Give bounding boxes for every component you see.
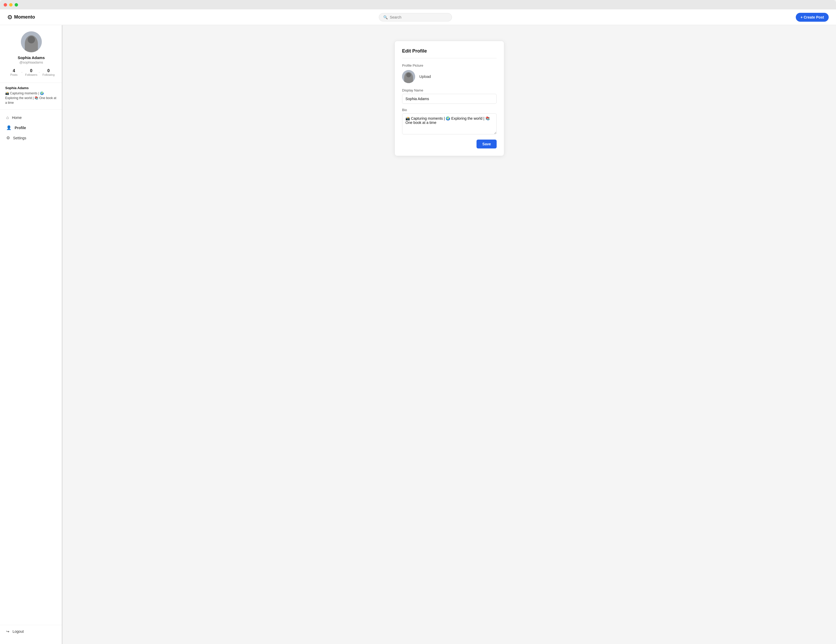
- search-input[interactable]: [390, 15, 447, 20]
- maximize-button[interactable]: [15, 3, 18, 7]
- bio-text: 📸 Capturing moments | 🌍 Exploring the wo…: [5, 91, 57, 105]
- modal-title: Edit Profile: [402, 48, 496, 58]
- following-count: 0: [47, 69, 50, 73]
- profile-label: Profile: [15, 126, 26, 130]
- window-chrome: [0, 0, 836, 10]
- nav-items: ⌂ Home 👤 Profile ⚙ Settings: [0, 110, 62, 625]
- sidebar-item-home[interactable]: ⌂ Home: [0, 113, 62, 123]
- modal-actions: Save: [402, 140, 496, 149]
- sidebar-handle: @sophiaadams: [20, 60, 43, 64]
- sidebar-item-profile[interactable]: 👤 Profile: [0, 123, 62, 133]
- logo-icon: ⊙: [7, 14, 12, 21]
- stat-following: 0 Following: [40, 69, 57, 76]
- followers-label: Followers: [25, 73, 38, 76]
- search-bar: 🔍: [379, 13, 452, 21]
- bio-label: Bio: [402, 108, 496, 112]
- stat-posts: 4 Posts: [5, 69, 23, 76]
- bio-group: Bio 📸 Capturing moments | 🌍 Exploring th…: [402, 108, 496, 136]
- following-label: Following: [42, 73, 55, 76]
- create-post-button[interactable]: + Create Post: [796, 13, 829, 22]
- bio-textarea[interactable]: 📸 Capturing moments | 🌍 Exploring the wo…: [402, 113, 496, 134]
- person-icon: 👤: [6, 125, 11, 130]
- save-button[interactable]: Save: [477, 140, 496, 149]
- topnav: ⊙ Momento 🔍 + Create Post: [0, 10, 836, 25]
- posts-label: Posts: [10, 73, 18, 76]
- display-name-input[interactable]: [402, 94, 496, 104]
- home-label: Home: [12, 116, 22, 120]
- sidebar-item-settings[interactable]: ⚙ Settings: [0, 133, 62, 143]
- stat-followers: 0 Followers: [23, 69, 40, 76]
- main-layout: Sophia Adams @sophiaadams 4 Posts 0 Foll…: [0, 25, 836, 644]
- display-name-label: Display Name: [402, 88, 496, 92]
- sidebar-username: Sophia Adams: [18, 56, 45, 60]
- logo[interactable]: ⊙ Momento: [7, 14, 35, 21]
- sidebar: Sophia Adams @sophiaadams 4 Posts 0 Foll…: [0, 25, 63, 644]
- home-icon: ⌂: [6, 115, 9, 120]
- followers-count: 0: [30, 69, 33, 73]
- stats-row: 4 Posts 0 Followers 0 Following: [5, 69, 57, 76]
- display-name-group: Display Name: [402, 88, 496, 104]
- upload-button[interactable]: Upload: [419, 75, 431, 78]
- bio-section: Sophia Adams 📸 Capturing moments | 🌍 Exp…: [0, 83, 62, 110]
- avatar: [21, 31, 42, 52]
- logout-icon: ↪: [6, 629, 10, 634]
- modal-avatar: [402, 70, 415, 83]
- sidebar-divider: [62, 25, 62, 644]
- edit-profile-modal: Edit Profile Profile Picture Upload Disp…: [395, 41, 504, 156]
- content-area: Edit Profile Profile Picture Upload Disp…: [63, 25, 836, 644]
- posts-count: 4: [13, 69, 15, 73]
- profile-section: Sophia Adams @sophiaadams 4 Posts 0 Foll…: [0, 31, 62, 83]
- profile-pic-row: Upload: [402, 70, 496, 83]
- close-button[interactable]: [4, 3, 7, 7]
- logout-button[interactable]: ↪ Logout: [6, 629, 56, 634]
- bio-name: Sophia Adams: [5, 86, 57, 90]
- logo-text: Momento: [14, 15, 35, 20]
- profile-picture-label: Profile Picture: [402, 64, 496, 67]
- search-icon: 🔍: [383, 15, 388, 20]
- settings-label: Settings: [13, 136, 26, 140]
- gear-icon: ⚙: [6, 136, 10, 141]
- logout-label: Logout: [13, 629, 24, 634]
- logout-section: ↪ Logout: [0, 625, 62, 638]
- minimize-button[interactable]: [9, 3, 13, 7]
